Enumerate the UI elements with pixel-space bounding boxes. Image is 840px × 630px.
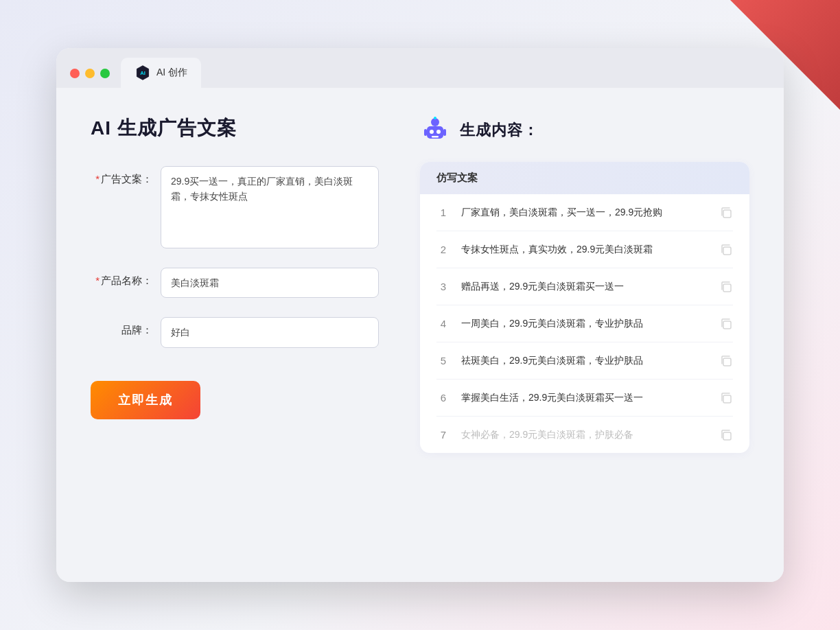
browser-tab[interactable]: AI AI 创作 bbox=[121, 58, 201, 88]
svg-rect-15 bbox=[723, 358, 731, 366]
result-num: 4 bbox=[436, 318, 450, 329]
required-star-2: * bbox=[95, 275, 100, 286]
ai-tab-icon: AI bbox=[135, 65, 151, 81]
result-num: 6 bbox=[436, 392, 450, 404]
ad-copy-group: *广告文案： bbox=[91, 166, 379, 248]
result-num: 2 bbox=[436, 244, 450, 255]
maximize-button[interactable] bbox=[100, 69, 110, 78]
generate-button[interactable]: 立即生成 bbox=[91, 381, 200, 419]
svg-rect-5 bbox=[443, 129, 446, 136]
close-button[interactable] bbox=[70, 69, 80, 78]
left-panel: AI 生成广告文案 *广告文案： *产品名称： 品牌： 立即生成 bbox=[91, 115, 379, 548]
result-item: 1 厂家直销，美白淡斑霜，买一送一，29.9元抢购 bbox=[436, 194, 733, 231]
result-title: 生成内容： bbox=[460, 120, 539, 141]
result-num: 5 bbox=[436, 355, 450, 366]
svg-rect-4 bbox=[424, 129, 427, 136]
result-text: 专抹女性斑点，真实功效，29.9元美白淡斑霜 bbox=[461, 242, 708, 257]
result-card-header: 仿写文案 bbox=[420, 162, 749, 194]
result-card-header-text: 仿写文案 bbox=[436, 172, 478, 183]
svg-rect-17 bbox=[723, 432, 731, 440]
svg-text:AI: AI bbox=[140, 70, 145, 76]
copy-icon[interactable] bbox=[719, 280, 733, 294]
copy-icon[interactable] bbox=[719, 354, 733, 368]
copy-icon[interactable] bbox=[719, 317, 733, 331]
copy-icon[interactable] bbox=[719, 243, 733, 257]
robot-icon bbox=[420, 115, 450, 145]
page-title: AI 生成广告文案 bbox=[91, 115, 379, 141]
result-header: 生成内容： bbox=[420, 115, 749, 145]
window-controls bbox=[70, 69, 110, 88]
result-card: 仿写文案 1 厂家直销，美白淡斑霜，买一送一，29.9元抢购 2 专抹女性斑点，… bbox=[420, 162, 749, 453]
result-item: 2 专抹女性斑点，真实功效，29.9元美白淡斑霜 bbox=[436, 231, 733, 268]
result-text: 女神必备，29.9元美白淡斑霜，护肤必备 bbox=[461, 428, 708, 442]
brand-group: 品牌： bbox=[91, 317, 379, 347]
copy-icon[interactable] bbox=[719, 206, 733, 220]
browser-titlebar: AI AI 创作 bbox=[56, 48, 784, 88]
result-item: 6 掌握美白生活，29.9元美白淡斑霜买一送一 bbox=[436, 380, 733, 417]
svg-rect-13 bbox=[723, 284, 731, 292]
result-item: 3 赠品再送，29.9元美白淡斑霜买一送一 bbox=[436, 268, 733, 305]
svg-rect-11 bbox=[723, 210, 731, 218]
product-name-input[interactable] bbox=[161, 268, 379, 298]
result-text: 祛斑美白，29.9元美白淡斑霜，专业护肤品 bbox=[461, 353, 708, 368]
result-item: 5 祛斑美白，29.9元美白淡斑霜，专业护肤品 bbox=[436, 342, 733, 380]
ad-copy-label: *广告文案： bbox=[91, 166, 152, 186]
result-num: 3 bbox=[436, 281, 450, 292]
svg-rect-8 bbox=[432, 136, 439, 138]
result-item: 4 一周美白，29.9元美白淡斑霜，专业护肤品 bbox=[436, 305, 733, 342]
svg-rect-16 bbox=[723, 395, 731, 403]
svg-rect-14 bbox=[723, 321, 731, 329]
result-text: 掌握美白生活，29.9元美白淡斑霜买一送一 bbox=[461, 390, 708, 405]
browser-window: AI AI 创作 AI 生成广告文案 *广告文案： *产品名称： bbox=[56, 48, 784, 582]
result-text: 厂家直销，美白淡斑霜，买一送一，29.9元抢购 bbox=[461, 205, 708, 220]
result-num: 1 bbox=[436, 207, 450, 218]
product-name-group: *产品名称： bbox=[91, 268, 379, 298]
right-panel: 生成内容： 仿写文案 1 厂家直销，美白淡斑霜，买一送一，29.9元抢购 2 专… bbox=[420, 115, 749, 548]
brand-input[interactable] bbox=[161, 317, 379, 347]
svg-point-9 bbox=[434, 117, 436, 119]
result-num: 7 bbox=[436, 429, 450, 441]
copy-icon[interactable] bbox=[719, 428, 733, 442]
brand-label: 品牌： bbox=[91, 317, 152, 337]
product-name-label: *产品名称： bbox=[91, 268, 152, 288]
result-text: 一周美白，29.9元美白淡斑霜，专业护肤品 bbox=[461, 316, 708, 331]
result-item: 7 女神必备，29.9元美白淡斑霜，护肤必备 bbox=[436, 417, 733, 453]
result-text: 赠品再送，29.9元美白淡斑霜买一送一 bbox=[461, 279, 708, 294]
result-list: 1 厂家直销，美白淡斑霜，买一送一，29.9元抢购 2 专抹女性斑点，真实功效，… bbox=[420, 194, 749, 453]
browser-content: AI 生成广告文案 *广告文案： *产品名称： 品牌： 立即生成 bbox=[56, 88, 784, 582]
required-star-1: * bbox=[95, 173, 100, 185]
svg-point-6 bbox=[430, 130, 434, 134]
svg-rect-12 bbox=[723, 247, 731, 255]
tab-label: AI 创作 bbox=[156, 67, 187, 79]
copy-icon[interactable] bbox=[719, 391, 733, 405]
svg-point-7 bbox=[436, 130, 441, 134]
ad-copy-input[interactable] bbox=[161, 166, 379, 248]
minimize-button[interactable] bbox=[85, 69, 95, 78]
